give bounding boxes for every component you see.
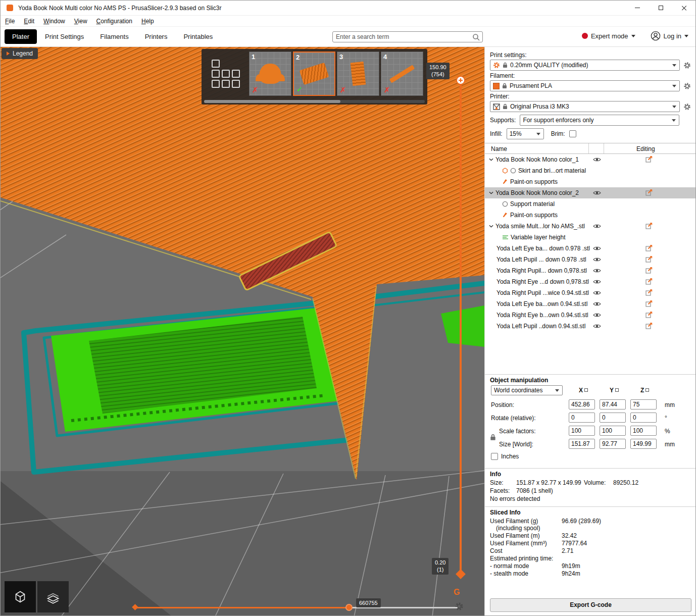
filament-combo[interactable]: Prusament PLA: [490, 80, 680, 91]
tree-row[interactable]: Yoda Left Pupil ... down 0.978 .stl: [485, 254, 696, 265]
preview-view-button[interactable]: [37, 581, 69, 612]
edit-icon[interactable]: [645, 223, 653, 229]
search-icon[interactable]: [472, 33, 480, 41]
print-settings-gear-button[interactable]: [683, 62, 691, 69]
eye-icon[interactable]: [593, 157, 601, 162]
print-settings-combo[interactable]: 0.20mm QUALITY (modified): [490, 60, 680, 71]
edit-icon[interactable]: [645, 300, 653, 307]
eye-icon[interactable]: [593, 290, 601, 295]
plate-thumbnail-3[interactable]: 3 ✗: [337, 52, 379, 96]
tree-row[interactable]: Yoda smile Mult...lor No AMS_.stl: [485, 221, 696, 232]
rotate-z-input[interactable]: [630, 413, 657, 423]
menu-view[interactable]: View: [70, 17, 92, 26]
close-button[interactable]: [672, 1, 695, 15]
search-input[interactable]: [333, 33, 472, 40]
mode-selector[interactable]: Expert mode: [582, 32, 635, 40]
tab-filaments[interactable]: Filaments: [92, 29, 136, 44]
tree-row[interactable]: Paint-on supports: [485, 176, 696, 187]
rotate-y-input[interactable]: [600, 413, 626, 423]
position-x-input[interactable]: [569, 399, 595, 409]
edit-icon[interactable]: [645, 245, 653, 251]
tree-row[interactable]: Skirt and bri...ort material: [485, 165, 696, 176]
scale-x-input[interactable]: [569, 426, 595, 436]
tab-print-settings[interactable]: Print Settings: [37, 29, 92, 44]
tree-row[interactable]: Yoda Left Pupil ..down 0.94.stl.stl: [485, 321, 696, 332]
position-y-input[interactable]: [600, 399, 626, 409]
edit-icon[interactable]: [645, 267, 653, 274]
scale-z-input[interactable]: [630, 426, 657, 436]
brim-checkbox[interactable]: [569, 130, 576, 137]
gcode-jump-button[interactable]: G: [454, 588, 460, 597]
plate-thumbnail-1[interactable]: 1 ✗: [249, 52, 291, 96]
tree-row[interactable]: Yoda Left Eye ba... down 0.978 .stl: [485, 243, 696, 254]
tree-row[interactable]: Yoda Left Eye ba...own 0.94.stl.stl: [485, 298, 696, 310]
inches-checkbox[interactable]: [491, 453, 498, 460]
move-slider-handle[interactable]: [345, 604, 353, 611]
uniform-scale-lock-icon[interactable]: [490, 434, 496, 441]
rotate-x-input[interactable]: [569, 413, 595, 423]
login-button[interactable]: Log in: [651, 31, 688, 41]
edit-icon[interactable]: [645, 323, 653, 329]
edit-icon[interactable]: [645, 189, 653, 196]
menu-window[interactable]: Window: [39, 17, 70, 26]
tree-row[interactable]: Variable layer height: [485, 232, 696, 243]
eye-icon[interactable]: [593, 313, 601, 318]
supports-combo[interactable]: For support enforcers only: [520, 115, 679, 126]
export-gcode-button[interactable]: Export G-code: [490, 598, 691, 612]
size-y-input[interactable]: [600, 439, 626, 449]
size-z-input[interactable]: [630, 439, 657, 449]
infill-combo[interactable]: 15%: [507, 128, 544, 139]
maximize-button[interactable]: [649, 1, 672, 15]
edit-icon[interactable]: [645, 312, 653, 318]
printer-gear-button[interactable]: [683, 103, 691, 111]
eye-icon[interactable]: [593, 246, 601, 251]
menu-help[interactable]: Help: [137, 17, 159, 26]
eye-icon[interactable]: [593, 190, 601, 195]
tree-row[interactable]: Yoda Right Pupil... down 0,978.stl: [485, 265, 696, 276]
all-plates-button[interactable]: [204, 52, 247, 96]
size-x-input[interactable]: [569, 439, 595, 449]
tree-row[interactable]: Support material: [485, 198, 696, 210]
chevron-down-icon[interactable]: [489, 225, 493, 228]
eye-icon[interactable]: [593, 324, 601, 329]
plate-thumbnail-4[interactable]: 4 ✗: [381, 52, 423, 96]
tree-row[interactable]: Yoda Book Nook Mono color_1: [485, 154, 696, 165]
tab-printables[interactable]: Printables: [175, 29, 221, 44]
minimize-button[interactable]: [626, 1, 649, 15]
thumbnails-scrollbar-thumb[interactable]: [204, 100, 340, 103]
eye-icon[interactable]: [593, 224, 601, 229]
chevron-down-icon[interactable]: [489, 158, 493, 161]
editor-view-button[interactable]: [5, 581, 36, 612]
layer-slider[interactable]: [460, 80, 462, 574]
menu-configuration[interactable]: Configuration: [92, 17, 137, 26]
tree-row[interactable]: Yoda Book Nook Mono color_2: [485, 187, 696, 198]
tree-row[interactable]: Yoda Right Eye ...d down 0,978.stl: [485, 276, 696, 287]
eye-icon[interactable]: [593, 257, 601, 262]
tab-printers[interactable]: Printers: [137, 29, 176, 44]
thumbnails-scrollbar[interactable]: [204, 100, 425, 103]
tree-row[interactable]: Paint-on supports: [485, 210, 696, 221]
layer-slider-upper-handle[interactable]: [456, 76, 465, 85]
printer-combo[interactable]: Original Prusa i3 MK3: [490, 101, 680, 112]
tree-row[interactable]: Yoda Right Eye b...own 0.94.stl.stl: [485, 310, 696, 321]
viewport-3d[interactable]: Legend 1 ✗ 2 ✓ 3: [1, 47, 484, 616]
edit-icon[interactable]: [645, 156, 653, 163]
eye-icon[interactable]: [593, 279, 601, 284]
scale-y-input[interactable]: [600, 426, 626, 436]
position-z-input[interactable]: [630, 399, 657, 409]
edit-icon[interactable]: [645, 256, 653, 263]
legend-button[interactable]: Legend: [2, 48, 38, 59]
edit-icon[interactable]: [645, 289, 653, 296]
chevron-down-icon[interactable]: [489, 191, 493, 194]
filament-gear-button[interactable]: [683, 82, 691, 90]
edit-icon[interactable]: [645, 278, 653, 285]
menu-file[interactable]: File: [1, 17, 19, 26]
tab-plater[interactable]: Plater: [5, 29, 37, 44]
slider-settings-gear-icon[interactable]: [455, 602, 464, 611]
menu-edit[interactable]: Edit: [19, 17, 39, 26]
tree-row[interactable]: Yoda Right Pupil ...wice 0.94.stl.stl: [485, 287, 696, 298]
plate-thumbnail-2[interactable]: 2 ✓: [293, 52, 335, 96]
eye-icon[interactable]: [593, 301, 601, 306]
eye-icon[interactable]: [593, 268, 601, 273]
coordinates-combo[interactable]: World coordinates: [491, 385, 563, 395]
